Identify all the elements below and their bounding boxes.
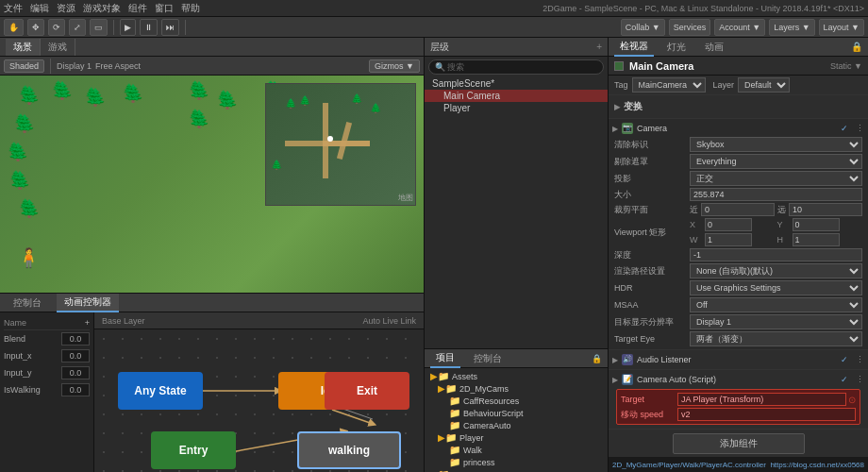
hierarchy-item-camera[interactable]: Main Camera xyxy=(425,90,608,102)
clipping-far-input[interactable] xyxy=(789,203,862,216)
camera-component-header[interactable]: ▶ 📷 Camera ✓ ⋮ xyxy=(612,121,864,136)
pause-button[interactable]: ⏸ xyxy=(140,19,158,36)
rect-tool[interactable]: ▭ xyxy=(90,19,108,36)
project-item-player[interactable]: ▶📁 Player xyxy=(426,431,606,444)
scale-tool[interactable]: ⤢ xyxy=(69,19,86,36)
camscript-icon: 📝 xyxy=(622,374,633,385)
camera-auto-header[interactable]: ▶ 📝 Camera Auto (Script) ✓ ⋮ xyxy=(612,372,864,387)
camscript-toggle[interactable]: ✓ xyxy=(841,375,848,384)
menu-item-help[interactable]: 帮助 xyxy=(181,2,200,15)
projection-row: 投影 正交 xyxy=(612,170,864,187)
account-button[interactable]: Account ▼ xyxy=(714,19,765,36)
hand-tool[interactable]: ✋ xyxy=(4,19,24,36)
collab-button[interactable]: Collab ▼ xyxy=(621,19,665,36)
graph-canvas[interactable]: Any State Idle Exit Entry walking xyxy=(94,329,424,472)
param-input-y-value[interactable] xyxy=(61,366,90,379)
param-input-x-value[interactable] xyxy=(61,349,90,362)
audio-listener-header[interactable]: ▶ 🔊 Audio Listener ✓ ⋮ xyxy=(612,352,864,367)
msaa-select[interactable]: Off xyxy=(690,297,862,312)
rendering-path-select[interactable]: None (自动取)(默认) xyxy=(690,263,862,278)
menu-item-file[interactable]: 文件 xyxy=(4,2,23,15)
camscript-menu-icon[interactable]: ⋮ xyxy=(856,375,864,384)
hierarchy-search[interactable]: 🔍 搜索 xyxy=(428,59,604,75)
camera-toggle[interactable]: ✓ xyxy=(841,124,848,133)
project-item-walk[interactable]: 📁 Walk xyxy=(426,444,606,456)
scene-game-area[interactable]: 🌲 🌲 🌲 🌲 🌲 🌲 🌲 🌲 🌲 🌲 🌲 🌲 🧍 xyxy=(0,76,424,293)
clear-flags-select[interactable]: Skybox xyxy=(690,137,862,152)
shaded-dropdown[interactable]: Shaded xyxy=(4,59,44,73)
tab-animation[interactable]: 动画 xyxy=(699,39,729,56)
audio-menu-icon[interactable]: ⋮ xyxy=(856,355,864,364)
menu-item-window[interactable]: 窗口 xyxy=(155,2,174,15)
tab-project[interactable]: 项目 xyxy=(430,349,460,368)
target-display-row: 目标显示分辨率 Display 1 xyxy=(612,313,864,330)
param-iswalking-value[interactable] xyxy=(61,383,90,396)
project-item-2dmycams[interactable]: ▶📁 2D_MyCams xyxy=(426,382,606,395)
param-blend-value[interactable] xyxy=(61,332,90,346)
viewport-w-input[interactable] xyxy=(705,233,752,246)
layout-button[interactable]: Layout ▼ xyxy=(819,19,864,36)
menu-item-assets[interactable]: 资源 xyxy=(57,2,75,15)
tab-lighting[interactable]: 灯光 xyxy=(661,39,692,56)
layer-select[interactable]: Default xyxy=(738,77,790,93)
player-folder-label: Player xyxy=(459,433,484,443)
inspector-scroll[interactable]: Main Camera Static ▼ Tag MainCamera Laye… xyxy=(609,57,868,457)
projection-select[interactable]: 正交 xyxy=(690,171,862,186)
walking-node[interactable]: walking xyxy=(297,431,401,469)
entry-node[interactable]: Entry xyxy=(151,431,236,469)
tab-console[interactable]: 控制台 xyxy=(468,350,508,367)
speed-input[interactable] xyxy=(677,408,856,421)
rotate-tool[interactable]: ⟳ xyxy=(48,19,65,36)
tag-select[interactable]: MainCamera xyxy=(632,77,706,93)
inspector-lock-icon[interactable]: 🔒 xyxy=(851,42,862,52)
tab-scene[interactable]: 场景 xyxy=(6,39,41,56)
target-input[interactable] xyxy=(677,393,846,406)
animator-tab[interactable]: 动画控制器 xyxy=(57,294,119,312)
target-picker-icon[interactable]: ⊙ xyxy=(848,395,856,405)
active-checkbox[interactable] xyxy=(614,61,624,71)
menu-item-edit[interactable]: 编辑 xyxy=(30,2,49,15)
audio-toggle[interactable]: ✓ xyxy=(841,355,848,364)
hierarchy-item-player[interactable]: Player xyxy=(425,102,608,114)
menu-item-component[interactable]: 组件 xyxy=(128,2,147,15)
viewport-y-input[interactable] xyxy=(793,218,840,231)
hierarchy-item-scene[interactable]: SampleScene* xyxy=(425,77,608,90)
tab-inspector[interactable]: 检视器 xyxy=(614,38,654,57)
add-component-button[interactable]: 添加组件 xyxy=(673,433,805,454)
layers-button[interactable]: Layers ▼ xyxy=(769,19,814,36)
project-lock-btn[interactable]: 🔒 xyxy=(592,354,602,363)
any-state-node[interactable]: Any State xyxy=(118,372,203,410)
culling-mask-select[interactable]: Everything xyxy=(690,154,862,169)
project-item-cameraauto[interactable]: 📁 CameraAuto xyxy=(426,419,606,431)
project-item-caffres[interactable]: 📁 CaffResources xyxy=(426,395,606,407)
hdr-select[interactable]: Use Graphics Settings xyxy=(690,280,862,295)
size-input[interactable] xyxy=(690,188,862,201)
move-tool[interactable]: ✥ xyxy=(27,19,44,36)
hierarchy-add-btn[interactable]: + xyxy=(596,42,602,52)
services-button[interactable]: Services xyxy=(669,19,711,36)
exit-node[interactable]: Exit xyxy=(325,372,409,410)
folder-icon: ▶📁 xyxy=(438,432,457,443)
camera-title: Camera xyxy=(637,124,667,133)
target-eye-select[interactable]: 两者（渐变） xyxy=(690,331,862,346)
menu-item-gameobject[interactable]: 游戏对象 xyxy=(83,2,121,15)
animator-graph[interactable]: Base Layer Auto Live Link xyxy=(94,312,424,472)
project-item-princess[interactable]: 📁 princess xyxy=(426,456,606,468)
assets-label: Assets xyxy=(452,372,477,381)
tab-game[interactable]: 游戏 xyxy=(41,39,75,56)
target-display-select[interactable]: Display 1 xyxy=(690,314,862,329)
depth-input[interactable] xyxy=(690,248,862,261)
gizmos-button[interactable]: Gizmos ▼ xyxy=(369,59,420,73)
add-param-btn[interactable]: + xyxy=(85,318,90,328)
viewport-h-input[interactable] xyxy=(793,233,840,246)
step-button[interactable]: ⏭ xyxy=(161,19,179,36)
viewport-x-input[interactable] xyxy=(705,218,752,231)
play-button[interactable]: ▶ xyxy=(120,19,136,36)
project-item-assets[interactable]: ▶📁 Assets xyxy=(426,370,606,382)
camera-menu-icon[interactable]: ⋮ xyxy=(856,124,864,133)
project-item-behaviour[interactable]: 📁 BehaviourScript xyxy=(426,407,606,419)
project-item-scenes[interactable]: 📁 Scenes xyxy=(426,468,606,472)
console-tab[interactable]: 控制台 xyxy=(6,295,49,312)
transform-header[interactable]: ▶ 变换 xyxy=(614,98,862,115)
clipping-near-input[interactable] xyxy=(701,203,775,216)
